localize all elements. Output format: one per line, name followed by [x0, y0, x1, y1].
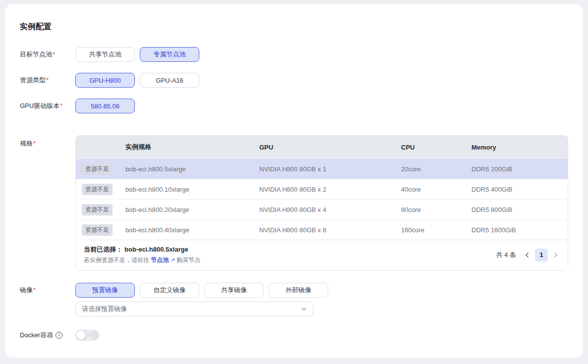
docker-label: Docker容器 i: [20, 331, 75, 340]
required-mark: *: [33, 140, 36, 147]
form-row-image-select: 请选择预置镜像: [20, 302, 568, 316]
status-badge: 资源不足: [82, 204, 113, 215]
selected-spec-value: bob-eci.h800.5xlarge: [124, 246, 188, 253]
cell-gpu: NVIDIA H800 80GB x 2: [259, 186, 401, 193]
chevron-right-icon: [553, 252, 559, 258]
status-badge: 资源不足: [82, 224, 113, 236]
cell-cpu: 80core: [401, 206, 471, 213]
node-pool-link[interactable]: 节点池: [151, 257, 169, 263]
spec-label: 规格*: [20, 135, 75, 148]
col-header-memory: Memory: [471, 144, 568, 151]
instance-config-panel: 实例配置 目标节点池* 共享节点池 专属节点池 资源类型* GPU-H800 G…: [5, 4, 583, 358]
col-header-gpu: GPU: [259, 144, 401, 151]
status-badge: 资源不足: [82, 163, 113, 175]
spec-table: 实例规格 GPU CPU Memory 资源不足 bob-eci.h800.5x…: [75, 135, 568, 271]
form-row-image: 镜像* 预置镜像 自定义镜像 共享镜像 外部镜像: [20, 283, 568, 298]
info-icon[interactable]: i: [56, 332, 62, 339]
form-row-resource-type: 资源类型* GPU-H800 GPU-A16: [20, 73, 568, 88]
form-row-docker: Docker容器 i 关闭: [20, 330, 568, 341]
cell-gpu: NVIDIA H800 80GB x 4: [259, 206, 401, 213]
resource-type-option-a16[interactable]: GPU-A16: [140, 73, 199, 88]
next-page-button[interactable]: [552, 251, 560, 259]
cell-memory: DDR5 400GiB: [471, 186, 568, 193]
spec-table-header: 实例规格 GPU CPU Memory: [76, 136, 568, 158]
image-option-custom[interactable]: 自定义镜像: [140, 283, 199, 298]
gpu-driver-options: 580.65.06: [75, 99, 135, 113]
cell-cpu: 40core: [401, 186, 471, 193]
node-pool-options: 共享节点池 专属节点池: [75, 47, 199, 62]
form-row-gpu-driver: GPU驱动版本* 580.65.06: [20, 99, 568, 113]
cell-cpu: 160core: [401, 226, 471, 234]
table-row-h800-5xlarge[interactable]: 资源不足 bob-eci.h800.5xlarge NVIDIA H800 80…: [76, 158, 568, 179]
image-label: 镜像*: [20, 286, 75, 295]
cell-memory: DDR5 200GiB: [471, 165, 568, 173]
image-option-shared[interactable]: 共享镜像: [204, 283, 264, 298]
pagination: 共 4 条 1: [496, 249, 560, 261]
node-pool-option-shared[interactable]: 共享节点池: [75, 47, 135, 62]
cell-memory: DDR5 800GiB: [471, 206, 568, 213]
required-mark: *: [33, 286, 36, 294]
resource-hint: 若实例资源不足，请前往 节点池 ↗ 购买节点: [84, 256, 200, 264]
resource-type-option-h800[interactable]: GPU-H800: [75, 73, 135, 88]
toggle-state-label: 关闭: [87, 327, 98, 344]
gpu-driver-option[interactable]: 580.65.06: [75, 99, 135, 113]
col-header-spec: 实例规格: [125, 143, 259, 152]
cell-gpu: NVIDIA H800 80GB x 8: [259, 226, 401, 234]
image-option-external[interactable]: 外部镜像: [269, 283, 328, 298]
external-link-icon: ↗: [171, 257, 175, 263]
chevron-down-icon: [301, 306, 307, 312]
form-row-node-pool: 目标节点池* 共享节点池 专属节点池: [20, 47, 568, 62]
resource-type-label: 资源类型*: [20, 76, 75, 85]
table-row-h800-20xlarge[interactable]: 资源不足 bob-eci.h800.20xlarge NVIDIA H800 8…: [76, 199, 568, 219]
required-mark: *: [60, 102, 62, 109]
table-row-h800-10xlarge[interactable]: 资源不足 bob-eci.h800.10xlarge NVIDIA H800 8…: [76, 179, 568, 199]
total-count: 共 4 条: [496, 251, 516, 260]
page-title: 实例配置: [20, 22, 568, 32]
spec-table-footer: 当前已选择：bob-eci.h800.5xlarge 若实例资源不足，请前往 节…: [76, 240, 568, 270]
current-selection: 当前已选择：bob-eci.h800.5xlarge: [84, 245, 200, 254]
preset-image-select[interactable]: 请选择预置镜像: [75, 302, 313, 316]
node-pool-label: 目标节点池*: [20, 50, 75, 59]
docker-toggle[interactable]: 关闭: [75, 330, 99, 341]
current-page-button[interactable]: 1: [535, 249, 548, 261]
cell-spec: bob-eci.h800.20xlarge: [125, 206, 259, 213]
cell-spec: bob-eci.h800.5xlarge: [125, 165, 259, 173]
cell-spec: bob-eci.h800.10xlarge: [125, 186, 259, 193]
image-option-preset[interactable]: 预置镜像: [75, 283, 135, 298]
cell-cpu: 20core: [401, 165, 471, 173]
required-mark: *: [53, 51, 55, 58]
cell-spec: bob-eci.h800.40xlarge: [125, 226, 259, 234]
status-badge: 资源不足: [82, 184, 113, 195]
toggle-knob: [76, 331, 85, 340]
resource-type-options: GPU-H800 GPU-A16: [75, 73, 199, 88]
table-row-h800-40xlarge[interactable]: 资源不足 bob-eci.h800.40xlarge NVIDIA H800 8…: [76, 219, 568, 240]
prev-page-button[interactable]: [523, 251, 531, 259]
form-row-spec: 规格* 实例规格 GPU CPU Memory 资源不足 bob-eci.h80…: [20, 135, 568, 271]
chevron-left-icon: [524, 252, 530, 258]
image-type-options: 预置镜像 自定义镜像 共享镜像 外部镜像: [75, 283, 328, 298]
select-placeholder: 请选择预置镜像: [82, 305, 127, 313]
gpu-driver-label: GPU驱动版本*: [20, 102, 75, 110]
cell-gpu: NVIDIA H800 80GB x 1: [259, 165, 401, 173]
required-mark: *: [46, 76, 49, 84]
col-header-cpu: CPU: [401, 144, 471, 151]
cell-memory: DDR5 1600GiB: [471, 226, 568, 234]
node-pool-option-dedicated[interactable]: 专属节点池: [140, 47, 199, 62]
selection-summary: 当前已选择：bob-eci.h800.5xlarge 若实例资源不足，请前往 节…: [84, 245, 200, 264]
